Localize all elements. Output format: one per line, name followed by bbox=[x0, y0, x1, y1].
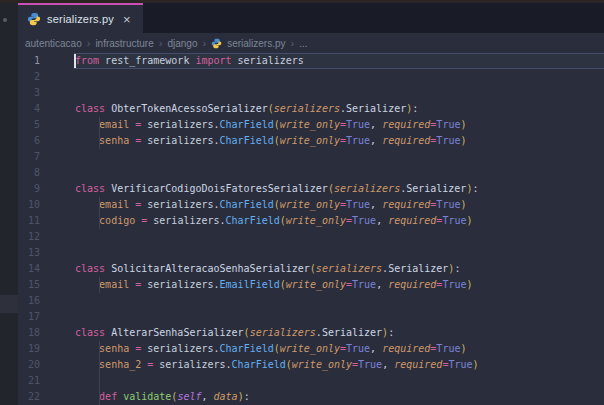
text-cursor bbox=[74, 54, 76, 68]
token-txt bbox=[75, 391, 99, 402]
token-txt: serializers. bbox=[141, 343, 219, 354]
token-param: serializers bbox=[250, 327, 316, 338]
token-kw: def bbox=[99, 391, 117, 402]
line-content: class ObterTokenAcessoSerializer(seriali… bbox=[75, 101, 418, 117]
token-prop: senha_2 bbox=[99, 359, 141, 370]
token-cls: AlterarSenhaSerializer bbox=[111, 327, 243, 338]
token-par: ) bbox=[460, 343, 466, 354]
token-fn: CharField bbox=[220, 119, 274, 130]
line-number[interactable]: 10 bbox=[0, 197, 40, 213]
token-param: serializers bbox=[316, 263, 382, 274]
code-line[interactable]: 20 senha_2 = serializers.CharField(write… bbox=[0, 357, 604, 373]
code-line[interactable]: 1from rest_framework import serializers bbox=[0, 53, 604, 69]
token-param: write_only bbox=[280, 199, 340, 210]
code-line[interactable]: 15 email = serializers.EmailField(write_… bbox=[0, 277, 604, 293]
line-number[interactable]: 16 bbox=[0, 293, 40, 309]
token-const: True bbox=[436, 199, 460, 210]
token-txt: : bbox=[244, 391, 250, 402]
line-content: senha = serializers.CharField(write_only… bbox=[75, 133, 466, 149]
line-number[interactable]: 20 bbox=[0, 357, 40, 373]
token-const: True bbox=[358, 359, 382, 370]
line-number[interactable]: 17 bbox=[0, 309, 40, 325]
token-par: ) bbox=[466, 279, 472, 290]
code-line[interactable]: 3 bbox=[0, 85, 604, 101]
token-prop: senha bbox=[99, 343, 129, 354]
token-kw: from bbox=[75, 55, 99, 66]
breadcrumb-separator: › bbox=[202, 37, 206, 49]
code-line[interactable]: 17 bbox=[0, 309, 604, 325]
indent-guide bbox=[99, 373, 100, 389]
line-number[interactable]: 14 bbox=[0, 261, 40, 277]
line-number[interactable]: 22 bbox=[0, 389, 40, 405]
token-txt bbox=[75, 215, 99, 226]
token-txt: serializers. bbox=[141, 135, 219, 146]
token-kw: class bbox=[75, 103, 105, 114]
token-par: ) bbox=[460, 199, 466, 210]
code-line[interactable]: 2 bbox=[0, 69, 604, 85]
token-self: self bbox=[177, 391, 201, 402]
token-fn: EmailField bbox=[220, 279, 280, 290]
token-param: required bbox=[382, 343, 430, 354]
line-number[interactable]: 12 bbox=[0, 229, 40, 245]
code-editor[interactable]: 1from rest_framework import serializers2… bbox=[0, 53, 604, 405]
code-line[interactable]: 4class ObterTokenAcessoSerializer(serial… bbox=[0, 101, 604, 117]
token-cls: VerificarCodigoDoisFatoresSerializer bbox=[111, 183, 328, 194]
token-const: True bbox=[436, 135, 460, 146]
line-number[interactable]: 18 bbox=[0, 325, 40, 341]
token-txt bbox=[75, 359, 99, 370]
tab-serializers-py[interactable]: serializers.py × bbox=[18, 3, 143, 33]
code-line[interactable]: 18class AlterarSenhaSerializer(serialize… bbox=[0, 325, 604, 341]
code-line[interactable]: 22 def validate(self, data): bbox=[0, 389, 604, 405]
code-line[interactable]: 5 email = serializers.CharField(write_on… bbox=[0, 117, 604, 133]
code-line[interactable]: 6 senha = serializers.CharField(write_on… bbox=[0, 133, 604, 149]
indent-guide bbox=[99, 197, 100, 213]
token-txt: , bbox=[376, 215, 388, 226]
token-param: write_only bbox=[286, 279, 346, 290]
code-line[interactable]: 14class SolicitarAlteracaoSenhaSerialize… bbox=[0, 261, 604, 277]
breadcrumb-item-autenticacao[interactable]: autenticacao bbox=[25, 38, 82, 49]
line-number[interactable]: 6 bbox=[0, 133, 40, 149]
token-param: write_only bbox=[280, 343, 340, 354]
token-txt: : bbox=[454, 263, 460, 274]
line-number[interactable]: 19 bbox=[0, 341, 40, 357]
token-param: write_only bbox=[280, 119, 340, 130]
token-prop: codigo bbox=[99, 215, 135, 226]
line-number[interactable]: 9 bbox=[0, 181, 40, 197]
token-txt bbox=[75, 279, 99, 290]
token-fn: CharField bbox=[220, 135, 274, 146]
code-line[interactable]: 13 bbox=[0, 245, 604, 261]
token-const: True bbox=[346, 135, 370, 146]
token-txt: serializers bbox=[232, 55, 304, 66]
line-content: email = serializers.CharField(write_only… bbox=[75, 117, 466, 133]
code-line[interactable]: 9class VerificarCodigoDoisFatoresSeriali… bbox=[0, 181, 604, 197]
breadcrumb-item-[interactable]: ... bbox=[299, 38, 307, 49]
code-line[interactable]: 21 bbox=[0, 373, 604, 389]
token-txt: serializers. bbox=[147, 215, 225, 226]
line-number[interactable]: 4 bbox=[0, 101, 40, 117]
token-param: required bbox=[388, 215, 436, 226]
line-number[interactable]: 2 bbox=[0, 69, 40, 85]
line-number[interactable]: 15 bbox=[0, 277, 40, 293]
token-txt bbox=[75, 199, 99, 210]
line-number[interactable]: 21 bbox=[0, 373, 40, 389]
line-number[interactable]: 1 bbox=[0, 53, 40, 69]
tab-close-icon[interactable]: × bbox=[120, 12, 134, 27]
breadcrumb-item-infrastructure[interactable]: infrastructure bbox=[95, 38, 153, 49]
line-number[interactable]: 3 bbox=[0, 85, 40, 101]
tab-label: serializers.py bbox=[47, 13, 114, 25]
line-number[interactable]: 5 bbox=[0, 117, 40, 133]
code-line[interactable]: 8 bbox=[0, 165, 604, 181]
breadcrumb-item-serializerspy[interactable]: serializers.py bbox=[227, 38, 285, 49]
line-number[interactable]: 11 bbox=[0, 213, 40, 229]
line-number[interactable]: 8 bbox=[0, 165, 40, 181]
code-line[interactable]: 11 codigo = serializers.CharField(write_… bbox=[0, 213, 604, 229]
code-line[interactable]: 10 email = serializers.CharField(write_o… bbox=[0, 197, 604, 213]
code-line[interactable]: 7 bbox=[0, 149, 604, 165]
code-line[interactable]: 16 bbox=[0, 293, 604, 309]
line-number[interactable]: 7 bbox=[0, 149, 40, 165]
breadcrumb-item-django[interactable]: django bbox=[167, 38, 197, 49]
code-line[interactable]: 19 senha = serializers.CharField(write_o… bbox=[0, 341, 604, 357]
indent-guide bbox=[99, 213, 100, 229]
code-line[interactable]: 12 bbox=[0, 229, 604, 245]
line-number[interactable]: 13 bbox=[0, 245, 40, 261]
